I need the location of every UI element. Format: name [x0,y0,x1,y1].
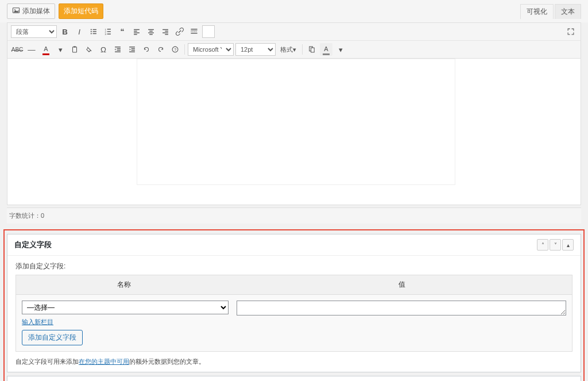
fullscreen-button[interactable] [564,25,577,38]
wordcount-label: 字数统计： [9,212,41,219]
svg-rect-28 [191,33,197,33]
color-swatch[interactable] [202,25,215,38]
add-media-label: 添加媒体 [22,6,50,16]
italic-button[interactable]: I [73,25,86,38]
align-right-button[interactable] [159,25,172,38]
cf-table-body: —选择— 输入新栏目 添加自定义字段 [16,295,572,351]
redo-button[interactable] [154,43,167,56]
text-color-button[interactable]: A [40,43,52,56]
toolbar-row-2: ABC — A ▾ Ω ? Microsoft Ya... 12pt 格式 ▾ … [7,41,581,58]
cf-description: 自定义字段可用来添加在您的主题中可用的额外元数据到您的文章。 [16,357,572,366]
svg-rect-38 [129,52,135,52]
tab-text[interactable]: 文本 [555,4,581,19]
svg-rect-15 [134,31,137,32]
svg-rect-21 [149,34,153,34]
custom-fields-box: 自定义字段 ˄ ˅ ▴ 添加自定义字段: 名称 值 —选择— 输入新栏目 添加自… [7,234,581,372]
svg-rect-3 [93,29,96,30]
svg-rect-19 [149,31,153,32]
svg-rect-32 [117,48,121,49]
svg-rect-30 [74,46,76,47]
indent-button[interactable] [126,43,138,56]
cf-name-select[interactable]: —选择— [22,301,229,314]
svg-rect-23 [165,31,168,32]
svg-point-6 [91,33,92,34]
cf-name-column: —选择— 输入新栏目 添加自定义字段 [22,301,229,345]
handle-actions: ˄ ˅ ▴ [537,239,574,251]
svg-rect-11 [107,31,111,32]
svg-rect-7 [93,33,96,34]
dropdown-arrow-1[interactable]: ▾ [54,43,67,56]
toolbar-row-1: 段落 B I 123 “ [7,23,581,41]
custom-fields-body: 添加自定义字段: 名称 值 —选择— 输入新栏目 添加自定义字段 自定义字段可用… [7,256,581,372]
svg-rect-13 [107,34,111,34]
svg-rect-14 [134,29,140,30]
svg-rect-33 [117,50,121,51]
editor-mode-tabs: 可视化 文本 [520,4,581,19]
svg-rect-25 [165,34,168,34]
svg-rect-27 [191,30,197,31]
undo-button[interactable] [140,43,153,56]
add-cf-label: 添加自定义字段: [16,261,572,271]
cf-table-head: 名称 值 [16,275,572,295]
svg-rect-35 [129,47,135,47]
strikethrough-button[interactable]: ABC [11,43,24,56]
font-size-select[interactable]: 12pt [235,43,276,56]
svg-rect-18 [148,29,154,30]
more-button[interactable] [188,25,200,38]
bg-color-button[interactable]: A [320,43,332,56]
editor-canvas[interactable] [7,59,581,205]
svg-rect-42 [311,48,315,52]
add-media-button[interactable]: 添加媒体 [7,3,55,19]
svg-rect-36 [131,48,135,49]
clear-format-button[interactable] [83,43,95,56]
paste-button[interactable] [68,43,81,56]
custom-fields-header: 自定义字段 ˄ ˅ ▴ [7,234,581,256]
format-menu[interactable]: 格式 ▾ [277,43,299,56]
editor-toolbar: 段落 B I 123 “ ABC — A ▾ Ω ? Microsoft Ya.… [7,22,581,59]
align-center-button[interactable] [145,25,157,38]
bold-button[interactable]: B [59,25,71,38]
copy-icon[interactable] [305,43,318,56]
font-family-select[interactable]: Microsoft Ya... [188,43,234,56]
outdent-button[interactable] [111,43,124,56]
custom-fields-title: 自定义字段 [14,240,52,250]
svg-point-4 [91,31,92,32]
add-shortcode-button[interactable]: 添加短代码 [59,3,103,19]
separator [184,44,185,55]
svg-rect-31 [115,47,121,47]
help-button[interactable]: ? [169,43,181,56]
new-entry-link[interactable]: 输入新栏目 [22,318,53,326]
paragraph-select[interactable]: 段落 [11,25,57,38]
wordcount-bar: 字数统计：0 [7,207,581,224]
add-custom-field-button[interactable]: 添加自定义字段 [22,330,83,345]
bullet-list-button[interactable] [87,25,100,38]
toggle-button[interactable]: ▴ [562,239,574,251]
move-down-button[interactable]: ˅ [550,239,561,251]
svg-rect-17 [134,34,137,34]
svg-rect-26 [191,29,197,29]
svg-rect-24 [163,32,168,33]
svg-rect-16 [134,32,140,33]
slug-box: 别名 ˄ ˅ ▴ [7,376,581,381]
slug-header: 别名 ˄ ˅ ▴ [7,376,581,381]
svg-point-1 [14,9,16,10]
align-left-button[interactable] [130,25,143,38]
svg-text:?: ? [174,48,176,52]
theme-link[interactable]: 在您的主题中可用 [79,358,129,365]
move-up-button[interactable]: ˄ [537,239,548,251]
tab-visual[interactable]: 可视化 [520,4,554,19]
link-button[interactable] [173,25,186,38]
dropdown-arrow-2[interactable]: ▾ [334,43,347,56]
svg-text:3: 3 [105,33,106,36]
cf-value-textarea[interactable] [237,301,566,315]
col-name-header: 名称 [16,275,231,294]
blockquote-button[interactable]: “ [116,25,129,38]
special-char-button[interactable]: Ω [97,43,110,56]
numbered-list-button[interactable]: 123 [102,25,114,38]
hr-button[interactable]: — [25,43,38,56]
media-icon [12,6,20,16]
content-frame [137,59,455,185]
svg-rect-29 [73,47,77,52]
custom-fields-table: 名称 值 —选择— 输入新栏目 添加自定义字段 [16,275,572,352]
svg-rect-5 [93,31,96,32]
